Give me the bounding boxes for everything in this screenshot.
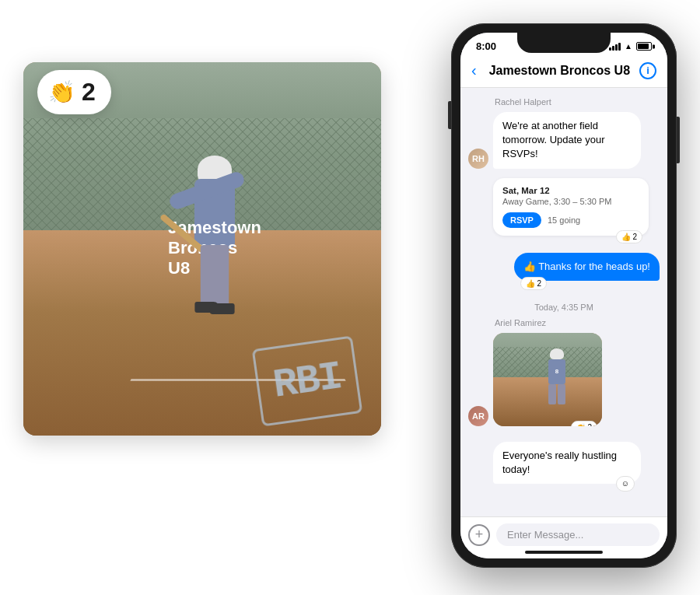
message-input[interactable]: Enter Message... [496,523,660,546]
add-button[interactable]: + [468,524,490,546]
player-figure: Jamestown Broncos U8 [152,156,277,373]
chat-area: Rachel Halpert RH We're at another field… [460,88,667,516]
photo-reaction: 👏 2 [571,421,597,426]
info-button[interactable]: i [639,62,656,79]
message-row-photo: AR 8 [468,333,660,426]
wifi-icon: ▲ [625,42,632,51]
message-row-incoming-2: Everyone's really hustling today! ☺️ [468,442,660,484]
rsvp-button[interactable]: RSVP [502,212,541,228]
nav-bar: ‹ Jamestown Broncos U8 i [460,55,667,88]
avatar-ariel: AR [468,406,488,426]
clap-count: 2 [82,78,96,107]
event-date: Sat, Mar 12 [502,186,639,195]
timestamp: Today, 4:35 PM [468,303,660,312]
status-icons: ▲ [609,42,652,51]
outgoing-reaction: 👍 2 [520,277,547,290]
rbi-stamp: RBI [252,335,363,426]
status-time: 8:00 [476,40,496,52]
sender-name-rachel: Rachel Halpert [495,97,660,107]
phone-notch [517,33,611,53]
photo-card: Jamestown Broncos U8 RBI [23,62,381,436]
phone-container: 8:00 ▲ ‹ James [451,23,677,568]
bubble-incoming-2: Everyone's really hustling today! ☺️ [493,442,641,484]
avatar-rachel: RH [468,149,488,169]
clap-badge: 👏 2 [37,70,111,114]
phone-frame: 8:00 ▲ ‹ James [451,23,677,568]
event-reaction: 👍 2 [616,230,642,243]
photo-message: 8 👏 2 [493,333,602,426]
event-card: Sat, Mar 12 Away Game, 3:30 – 5:30 PM RS… [493,178,649,236]
event-details: Away Game, 3:30 – 5:30 PM [502,197,639,206]
sender-name-ariel: Ariel Ramirez [495,318,660,327]
home-indicator [525,551,603,554]
going-count: 15 going [548,215,580,225]
battery-icon [636,42,652,51]
clap-emoji: 👏 [48,79,75,105]
nav-title: Jamestown Broncos U8 [480,64,639,78]
bubble-incoming-1: We're at another field tomorrow. Update … [493,112,641,169]
back-button[interactable]: ‹ [471,61,477,79]
hustle-reaction: ☺️ [616,476,635,492]
phone-screen: 8:00 ▲ ‹ James [460,33,667,558]
signal-bars [609,43,621,51]
message-row-incoming-1: RH We're at another field tomorrow. Upda… [468,112,660,169]
